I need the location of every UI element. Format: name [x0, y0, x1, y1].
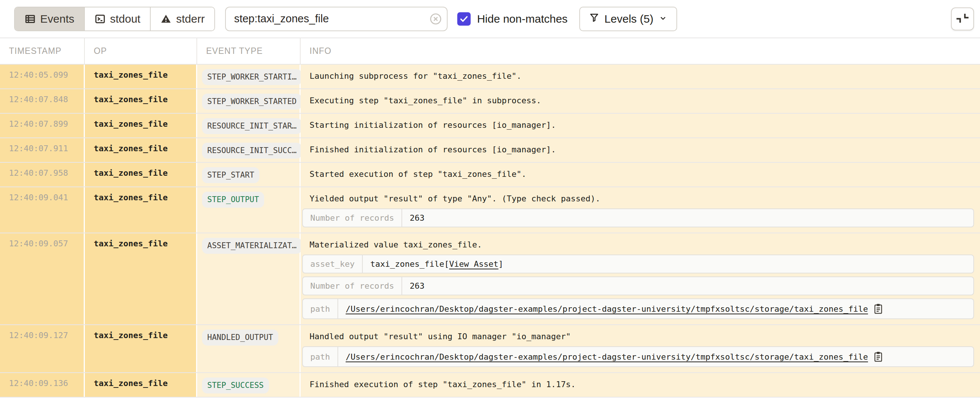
metadata-value: /Users/erincochran/Desktop/dagster-examp…: [338, 347, 973, 366]
event-op-name: taxi_zones_file: [85, 163, 197, 187]
event-info-cell: Started execution of step "taxi_zones_fi…: [301, 163, 980, 187]
next-row-partial: [0, 397, 980, 402]
copy-icon[interactable]: [873, 303, 883, 314]
metadata-entry: Number of records263: [302, 209, 974, 227]
metadata-key: Number of records: [303, 277, 402, 294]
tab-events[interactable]: Events: [15, 8, 85, 30]
event-info-text: Handled output "result" using IO manager…: [301, 331, 974, 343]
event-type-badge: STEP_OUTPUT: [202, 192, 264, 208]
event-info-text: Started execution of step "taxi_zones_fi…: [301, 168, 974, 180]
log-event-row[interactable]: 12:40:09.136taxi_zones_fileSTEP_SUCCESSF…: [0, 373, 980, 397]
event-info-text: Materialized value taxi_zones_file.: [301, 239, 974, 251]
event-type-badge: STEP_WORKER_STARTED: [202, 93, 302, 109]
event-type-badge: STEP_WORKER_STARTI…: [202, 69, 302, 85]
metadata-value: /Users/erincochran/Desktop/dagster-examp…: [338, 299, 973, 318]
tab-stderr[interactable]: stderr: [151, 8, 214, 30]
metadata-entry: Number of records263: [302, 276, 974, 295]
log-filter-input[interactable]: [225, 7, 448, 31]
event-info-text: Launching subprocess for "taxi_zones_fil…: [301, 70, 974, 82]
path-link[interactable]: /Users/erincochran/Desktop/dagster-examp…: [346, 352, 868, 361]
log-event-row[interactable]: 12:40:07.899taxi_zones_fileRESOURCE_INIT…: [0, 114, 980, 138]
event-op-name: taxi_zones_file: [85, 138, 197, 162]
metadata-key: path: [303, 347, 338, 366]
column-header-timestamp: TIMESTAMP: [0, 38, 85, 64]
log-table-header: TIMESTAMP OP EVENT TYPE INFO: [0, 38, 980, 65]
event-info-text: Starting initialization of resources [io…: [301, 119, 974, 131]
tab-events-label: Events: [40, 13, 75, 25]
event-info-cell: Finished initialization of resources [io…: [301, 138, 980, 162]
log-event-row[interactable]: 12:40:07.911taxi_zones_fileRESOURCE_INIT…: [0, 138, 980, 163]
hide-non-matches-label: Hide non-matches: [477, 13, 567, 25]
event-info-text: Executing step "taxi_zones_file" in subp…: [301, 95, 974, 107]
event-type-cell: STEP_START: [197, 163, 301, 187]
event-info-cell: Materialized value taxi_zones_file.asset…: [301, 233, 980, 324]
metadata-value: taxi_zones_file [View Asset]: [363, 255, 973, 273]
event-timestamp: 12:40:09.057: [0, 233, 85, 324]
event-type-cell: STEP_SUCCESS: [197, 373, 301, 397]
event-type-badge: ASSET_MATERIALIZAT…: [202, 238, 302, 254]
event-type-cell: STEP_WORKER_STARTED: [197, 89, 301, 113]
event-type-badge: RESOURCE_INIT_STAR…: [202, 118, 302, 134]
tab-stdout[interactable]: stdout: [85, 8, 151, 30]
metadata-value: 263: [402, 277, 973, 294]
event-op-name: taxi_zones_file: [85, 187, 197, 233]
log-view-tabs: Events stdout stderr: [14, 7, 215, 31]
view-asset-link[interactable]: View Asset: [449, 260, 498, 269]
metadata-key: asset_key: [303, 255, 363, 273]
metadata-entry: path/Users/erincochran/Desktop/dagster-e…: [302, 298, 974, 319]
event-timestamp: 12:40:07.899: [0, 114, 85, 138]
event-op-name: taxi_zones_file: [85, 233, 197, 324]
event-type-cell: RESOURCE_INIT_SUCC…: [197, 138, 301, 162]
event-metadata: path/Users/erincochran/Desktop/dagster-e…: [302, 346, 974, 367]
tab-stdout-label: stdout: [110, 13, 141, 25]
event-op-name: taxi_zones_file: [85, 373, 197, 397]
event-timestamp: 12:40:07.848: [0, 89, 85, 113]
event-type-cell: ASSET_MATERIALIZAT…: [197, 233, 301, 324]
event-info-cell: Finished execution of step "taxi_zones_f…: [301, 373, 980, 397]
levels-filter-label: Levels (5): [605, 13, 654, 25]
event-info-text: Yielded output "result" of type "Any". (…: [301, 193, 974, 205]
event-timestamp: 12:40:09.041: [0, 187, 85, 233]
column-header-op: OP: [85, 38, 197, 64]
event-timestamp: 12:40:09.127: [0, 325, 85, 372]
event-op-name: taxi_zones_file: [85, 114, 197, 138]
event-type-cell: STEP_WORKER_STARTI…: [197, 65, 301, 89]
event-timestamp: 12:40:07.911: [0, 138, 85, 162]
path-link[interactable]: /Users/erincochran/Desktop/dagster-examp…: [346, 304, 868, 313]
levels-filter-button[interactable]: Levels (5): [579, 7, 678, 31]
event-info-text: Finished initialization of resources [io…: [301, 144, 974, 156]
event-type-cell: STEP_OUTPUT: [197, 187, 301, 233]
checkbox-checked-icon[interactable]: [457, 12, 471, 25]
log-event-row[interactable]: 12:40:09.127taxi_zones_fileHANDLED_OUTPU…: [0, 325, 980, 373]
filter-funnel-icon: [589, 12, 600, 25]
event-info-cell: Launching subprocess for "taxi_zones_fil…: [301, 65, 980, 89]
collapse-panel-button[interactable]: [951, 8, 974, 30]
log-event-row[interactable]: 12:40:07.848taxi_zones_fileSTEP_WORKER_S…: [0, 89, 980, 114]
log-event-row[interactable]: 12:40:07.958taxi_zones_fileSTEP_STARTSta…: [0, 163, 980, 187]
event-info-text: Finished execution of step "taxi_zones_f…: [301, 378, 974, 391]
tab-stderr-label: stderr: [176, 13, 205, 25]
event-info-cell: Yielded output "result" of type "Any". (…: [301, 187, 980, 233]
metadata-entry: path/Users/erincochran/Desktop/dagster-e…: [302, 346, 974, 367]
event-op-name: taxi_zones_file: [85, 325, 197, 372]
event-type-cell: RESOURCE_INIT_STAR…: [197, 114, 301, 138]
metadata-value: 263: [402, 209, 973, 226]
log-event-row[interactable]: 12:40:09.041taxi_zones_fileSTEP_OUTPUTYi…: [0, 187, 980, 233]
event-type-badge: STEP_START: [202, 167, 259, 183]
copy-icon[interactable]: [873, 351, 883, 362]
event-metadata: asset_keytaxi_zones_file [View Asset]Num…: [302, 255, 974, 319]
clear-search-icon[interactable]: [429, 12, 442, 25]
metadata-entry: asset_keytaxi_zones_file [View Asset]: [302, 255, 974, 274]
warning-icon: [161, 13, 172, 25]
chevron-down-icon: [659, 13, 667, 25]
event-type-badge: HANDLED_OUTPUT: [202, 329, 278, 345]
log-event-row[interactable]: 12:40:09.057taxi_zones_fileASSET_MATERIA…: [0, 233, 980, 325]
event-timestamp: 12:40:05.099: [0, 65, 85, 89]
log-event-row[interactable]: 12:40:05.099taxi_zones_fileSTEP_WORKER_S…: [0, 65, 980, 89]
event-info-cell: Starting initialization of resources [io…: [301, 114, 980, 138]
hide-non-matches-toggle[interactable]: Hide non-matches: [457, 12, 567, 25]
event-type-badge: STEP_SUCCESS: [202, 377, 269, 394]
event-type-badge: RESOURCE_INIT_SUCC…: [202, 142, 302, 159]
event-info-cell: Handled output "result" using IO manager…: [301, 325, 980, 372]
column-header-event-type: EVENT TYPE: [197, 38, 301, 64]
